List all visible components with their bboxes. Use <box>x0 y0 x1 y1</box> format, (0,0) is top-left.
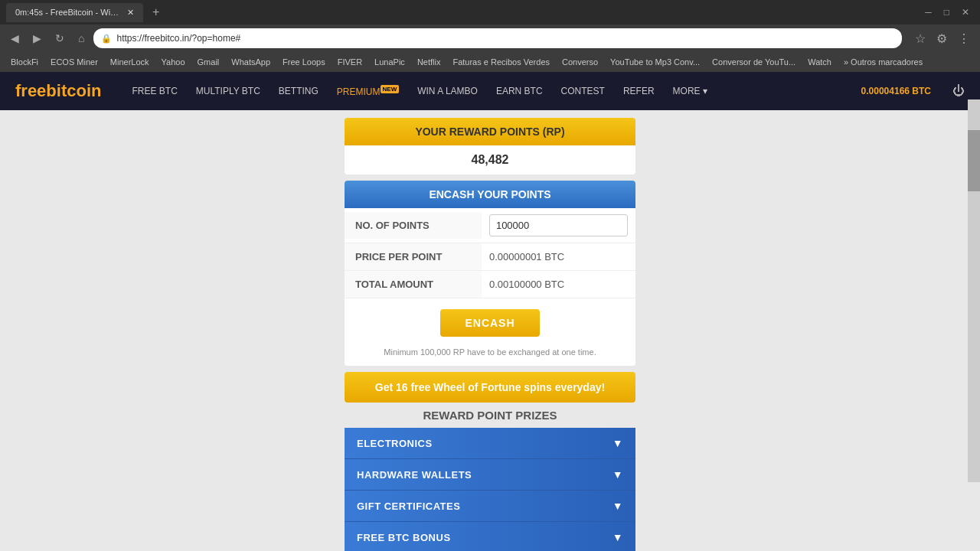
close-button[interactable]: ✕ <box>957 5 974 19</box>
site-nav: FREE BTC MULTIPLY BTC BETTING PREMIUMNEW… <box>124 81 714 102</box>
bookmark-converso[interactable]: Converso <box>557 56 603 68</box>
nav-more[interactable]: MORE ▾ <box>665 81 715 101</box>
tab-close-button[interactable]: ✕ <box>127 8 134 18</box>
bookmark-whatsapp[interactable]: WhatsApp <box>227 56 275 68</box>
gift-certificates-arrow-icon: ▼ <box>612 500 623 512</box>
bookmarks-star-icon[interactable]: ☆ <box>911 30 929 47</box>
prize-electronics[interactable]: ELECTRONICS ▼ <box>345 428 635 459</box>
bookmark-faturas[interactable]: Faturas e Recibos Verdes <box>448 56 554 68</box>
free-btc-bonus-arrow-icon: ▼ <box>612 531 623 543</box>
prize-free-btc-bonus-label: FREE BTC BONUS <box>357 532 451 543</box>
encash-minimum-note: Minimum 100,000 RP have to be exchanged … <box>345 347 635 366</box>
site-header: freebitcoin FREE BTC MULTIPLY BTC BETTIN… <box>0 72 980 110</box>
encash-header: ENCASH YOUR POINTS <box>345 181 635 208</box>
price-text: 0.00000001 BTC <box>489 251 564 262</box>
menu-icon[interactable]: ⋮ <box>954 30 974 47</box>
price-per-point-row: PRICE PER POINT 0.00000001 BTC <box>345 243 635 271</box>
total-amount-label: TOTAL AMOUNT <box>345 271 482 298</box>
nav-free-btc[interactable]: FREE BTC <box>124 81 185 101</box>
prize-electronics-label: ELECTRONICS <box>357 438 433 449</box>
price-per-point-label: PRICE PER POINT <box>345 243 482 270</box>
nav-refer[interactable]: REFER <box>616 81 662 101</box>
reward-points-header: YOUR REWARD POINTS (RP) <box>345 118 635 145</box>
bookmark-blockfi[interactable]: BlockFi <box>6 56 43 68</box>
minimize-button[interactable]: ─ <box>920 5 936 19</box>
bookmark-fiver[interactable]: FIVER <box>333 56 367 68</box>
tab-title: 0m:45s - FreeBitcoin - Win fre... <box>15 8 122 17</box>
total-amount-row: TOTAL AMOUNT 0.00100000 BTC <box>345 271 635 298</box>
bookmark-freeloops[interactable]: Free Loops <box>278 56 330 68</box>
prizes-title: REWARD POINT PRIZES <box>345 409 635 422</box>
forward-button[interactable]: ▶ <box>28 29 46 47</box>
wheel-banner[interactable]: Get 16 free Wheel of Fortune spins every… <box>345 372 635 403</box>
bookmark-outros[interactable]: » Outros marcadores <box>839 56 927 68</box>
nav-premium[interactable]: PREMIUMNEW <box>329 81 407 102</box>
prizes-section: REWARD POINT PRIZES ELECTRONICS ▼ HARDWA… <box>345 409 635 551</box>
main-container: YOUR REWARD POINTS (RP) 48,482 ENCASH YO… <box>345 118 635 551</box>
btc-balance: 0.00004166 BTC <box>861 86 931 96</box>
bookmark-conversor[interactable]: Conversor de YouTu... <box>707 56 800 68</box>
bookmark-ytmp3[interactable]: YouTube to Mp3 Conv... <box>606 56 704 68</box>
new-tab-button[interactable]: + <box>149 5 162 19</box>
address-bar[interactable]: 🔒 https://freebitco.in/?op=home# <box>93 28 902 48</box>
logo-bitcoin: bitcoin <box>46 81 101 100</box>
extensions-icon[interactable]: ⚙ <box>933 30 951 47</box>
browser-toolbar: ◀ ▶ ↻ ⌂ 🔒 https://freebitco.in/?op=home#… <box>0 24 980 52</box>
no-of-points-label: NO. OF POINTS <box>345 212 482 239</box>
encash-container: ENCASH YOUR POINTS NO. OF POINTS PRICE P… <box>345 181 635 366</box>
bookmark-netflix[interactable]: Netflix <box>413 56 446 68</box>
nav-multiply-btc[interactable]: MULTIPLY BTC <box>188 81 268 101</box>
encash-button-row: ENCASH <box>345 298 635 347</box>
encash-points-row: NO. OF POINTS <box>345 208 635 243</box>
bookmark-gmail[interactable]: Gmail <box>193 56 224 68</box>
browser-menu: ☆ ⚙ ⋮ <box>911 30 974 47</box>
reload-button[interactable]: ↻ <box>51 29 69 47</box>
site-logo[interactable]: freebitcoin <box>15 81 101 101</box>
bookmark-lunapic[interactable]: LunaPic <box>370 56 410 68</box>
browser-titlebar: 0m:45s - FreeBitcoin - Win fre... ✕ + ─ … <box>0 0 980 24</box>
browser-window: 0m:45s - FreeBitcoin - Win fre... ✕ + ─ … <box>0 0 980 551</box>
nav-win-lambo[interactable]: WIN A LAMBO <box>410 81 485 101</box>
prize-hardware-wallets-label: HARDWARE WALLETS <box>357 469 472 481</box>
url-text: https://freebitco.in/?op=home# <box>116 33 240 44</box>
power-icon[interactable]: ⏻ <box>952 84 965 98</box>
total-text: 0.00100000 BTC <box>489 279 564 290</box>
scroll-thumb[interactable] <box>968 130 980 191</box>
scrollbar[interactable] <box>968 99 980 482</box>
bookmark-ecos[interactable]: ECOS Miner <box>46 56 103 68</box>
home-button[interactable]: ⌂ <box>74 29 89 47</box>
prize-hardware-wallets[interactable]: HARDWARE WALLETS ▼ <box>345 459 635 491</box>
bookmark-yahoo[interactable]: Yahoo <box>157 56 190 68</box>
logo-free: free <box>15 81 46 100</box>
encash-button[interactable]: ENCASH <box>440 309 539 337</box>
back-button[interactable]: ◀ <box>6 29 24 47</box>
electronics-arrow-icon: ▼ <box>612 437 623 449</box>
total-amount-value: 0.00100000 BTC <box>482 272 635 296</box>
ssl-icon: 🔒 <box>101 34 112 44</box>
prize-gift-certificates[interactable]: GIFT CERTIFICATES ▼ <box>345 491 635 522</box>
prize-free-btc-bonus[interactable]: FREE BTC BONUS ▼ <box>345 522 635 551</box>
bookmark-minerlock[interactable]: MinerLock <box>106 56 154 68</box>
bookmark-watch[interactable]: Watch <box>803 56 836 68</box>
encash-table: NO. OF POINTS PRICE PER POINT 0.00000001… <box>345 208 635 298</box>
premium-new-badge: NEW <box>381 85 400 93</box>
bookmarks-bar: BlockFi ECOS Miner MinerLock Yahoo Gmail… <box>0 52 980 72</box>
nav-contest[interactable]: CONTEST <box>554 81 612 101</box>
reward-points-value: 48,482 <box>345 145 635 174</box>
points-number: 48,482 <box>472 153 509 166</box>
no-of-points-field <box>482 208 635 243</box>
prize-gift-certificates-label: GIFT CERTIFICATES <box>357 500 460 512</box>
wheel-banner-text: Get 16 free Wheel of Fortune spins every… <box>375 381 605 393</box>
hardware-wallets-arrow-icon: ▼ <box>612 468 623 481</box>
maximize-button[interactable]: □ <box>939 5 954 19</box>
page-content: YOUR REWARD POINTS (RP) 48,482 ENCASH YO… <box>0 110 980 551</box>
nav-earn-btc[interactable]: EARN BTC <box>488 81 550 101</box>
nav-betting[interactable]: BETTING <box>271 81 326 101</box>
points-input[interactable] <box>489 214 628 236</box>
encash-title: ENCASH YOUR POINTS <box>429 188 550 201</box>
reward-points-title: YOUR REWARD POINTS (RP) <box>415 126 564 138</box>
price-per-point-value: 0.00000001 BTC <box>482 245 635 269</box>
browser-tab[interactable]: 0m:45s - FreeBitcoin - Win fre... ✕ <box>6 3 143 22</box>
